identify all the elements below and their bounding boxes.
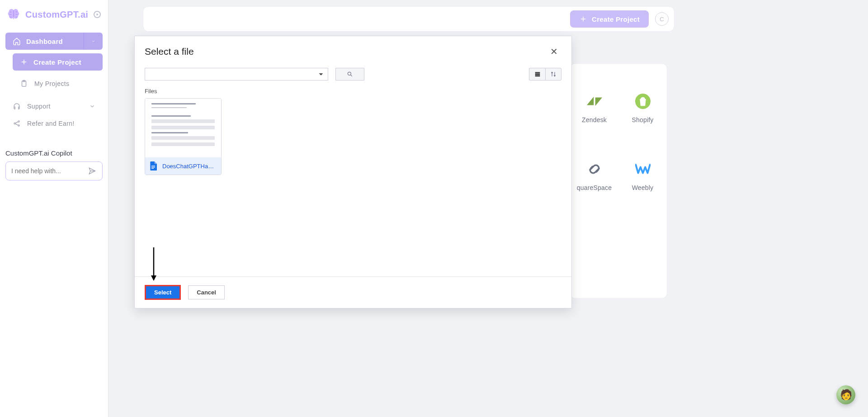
copilot-input-wrapper[interactable] (5, 161, 103, 180)
brain-icon (5, 6, 22, 23)
zendesk-icon (587, 94, 602, 109)
plus-icon (20, 58, 28, 66)
topbar-create-label: Create Project (592, 15, 640, 23)
sort-toggle[interactable] (545, 68, 561, 81)
avatar-face-icon: 🧑 (840, 389, 852, 401)
squarespace-label: quareSpace (577, 184, 612, 191)
weebly-icon (635, 161, 651, 177)
svg-rect-11 (151, 167, 155, 167)
share-icon (13, 119, 21, 128)
topbar: Create Project C (143, 6, 675, 32)
chevron-down-icon (89, 103, 95, 109)
file-name: DoesChatGPTHav… (162, 163, 217, 170)
home-icon (13, 37, 21, 45)
files-area: DoesChatGPTHav… (135, 98, 571, 276)
file-label-row: DoesChatGPTHav… (145, 157, 221, 175)
grid-icon (534, 71, 541, 77)
integrations-panel: Zendesk Shopify quareSpace Weebly (570, 63, 667, 299)
search-icon (347, 71, 353, 77)
status-ring-icon[interactable] (94, 11, 101, 18)
chevron-down-icon (91, 38, 95, 44)
svg-rect-12 (151, 168, 154, 169)
headphones-icon (13, 102, 21, 110)
modal-close-button[interactable]: ✕ (547, 44, 561, 59)
chat-bubble-avatar[interactable]: 🧑 (836, 385, 855, 404)
integration-zendesk[interactable]: Zendesk (574, 94, 615, 123)
dashboard-button[interactable]: Dashboard (5, 33, 84, 50)
search-button[interactable] (335, 68, 364, 81)
svg-point-6 (348, 72, 351, 75)
sidebar-item-my-projects[interactable]: My Projects (13, 75, 103, 92)
select-button[interactable]: Select (145, 285, 181, 300)
files-section-label: Files (135, 81, 571, 98)
sidebar: CustomGPT.ai Dashboard Create Project My… (0, 0, 108, 417)
dashboard-label: Dashboard (26, 38, 63, 45)
send-icon[interactable] (88, 166, 97, 175)
plus-icon (579, 15, 587, 23)
file-card[interactable]: DoesChatGPTHav… (145, 98, 222, 175)
folder-dropdown[interactable] (145, 68, 328, 81)
file-picker-modal: Select a file ✕ Files (134, 36, 572, 308)
sidebar-item-refer[interactable]: Refer and Earn! (5, 115, 103, 132)
weebly-label: Weebly (632, 184, 654, 191)
sidebar-create-project-button[interactable]: Create Project (13, 53, 103, 71)
zendesk-label: Zendesk (582, 116, 607, 123)
svg-rect-8 (535, 74, 539, 75)
create-project-label: Create Project (33, 58, 81, 66)
dashboard-dropdown[interactable] (84, 33, 103, 50)
file-preview (145, 99, 221, 157)
brand-logo[interactable]: CustomGPT.ai (5, 6, 88, 23)
integration-squarespace[interactable]: quareSpace (574, 161, 615, 191)
copilot-input[interactable] (11, 167, 79, 175)
svg-rect-9 (535, 76, 539, 76)
shopify-icon (635, 94, 651, 109)
dashboard-button-group: Dashboard (5, 33, 103, 50)
logo-row: CustomGPT.ai (5, 6, 103, 24)
svg-point-4 (18, 125, 19, 126)
modal-title: Select a file (145, 46, 194, 57)
caret-down-icon (318, 71, 324, 77)
avatar-initial: C (660, 16, 664, 23)
google-doc-icon (150, 161, 157, 171)
svg-rect-7 (535, 72, 539, 73)
modal-footer: Select Cancel (135, 276, 571, 308)
cancel-button[interactable]: Cancel (188, 285, 225, 299)
copilot-title: CustomGPT.ai Copilot (5, 149, 103, 157)
grid-view-toggle[interactable] (529, 68, 545, 81)
sidebar-item-support[interactable]: Support (5, 98, 103, 115)
refer-label: Refer and Earn! (27, 120, 75, 127)
support-label: Support (27, 103, 51, 110)
integration-shopify[interactable]: Shopify (623, 94, 663, 123)
shopify-label: Shopify (632, 116, 653, 123)
my-projects-label: My Projects (34, 80, 70, 87)
svg-point-2 (14, 123, 15, 124)
topbar-create-project-button[interactable]: Create Project (570, 10, 649, 28)
brand-name: CustomGPT.ai (25, 9, 88, 20)
integration-weebly[interactable]: Weebly (623, 161, 663, 191)
clipboard-icon (20, 80, 28, 88)
svg-rect-10 (151, 166, 155, 166)
svg-point-3 (18, 121, 19, 122)
sort-az-icon (550, 71, 557, 77)
modal-header: Select a file ✕ (135, 36, 571, 62)
squarespace-icon (587, 161, 602, 177)
modal-toolbar (135, 62, 571, 81)
user-avatar[interactable]: C (655, 12, 669, 26)
